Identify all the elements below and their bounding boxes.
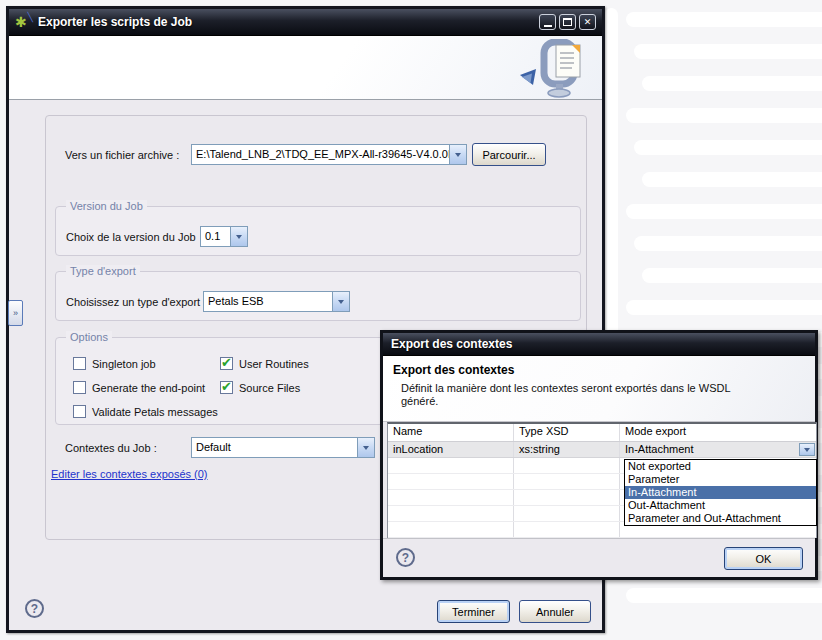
table-header-row: Name Type XSD Mode export (388, 424, 816, 442)
export-type-combo-value: Petals ESB (204, 292, 332, 311)
cancel-button[interactable]: Annuler (519, 600, 591, 623)
archive-combo-arrow[interactable] (449, 145, 466, 164)
minimize-button[interactable] (539, 14, 556, 30)
job-contexts-combo-arrow[interactable] (357, 438, 374, 457)
export-type-group-title: Type d'export (66, 265, 140, 277)
ok-button[interactable]: OK (724, 547, 803, 570)
chevron-down-icon (338, 300, 344, 307)
help-button[interactable]: ? (25, 599, 44, 618)
options-group-title: Options (66, 331, 112, 343)
wizard-banner (9, 36, 602, 100)
contexts-header: Export des contextes Définit la manière … (383, 356, 815, 422)
contexts-button-bar: ? OK (383, 538, 815, 577)
checkbox-label: User Routines (239, 358, 309, 370)
archive-combo[interactable]: E:\Talend_LNB_2\TDQ_EE_MPX-All-r39645-V4… (191, 144, 467, 165)
checkbox-icon[interactable] (220, 357, 233, 370)
job-contexts-label: Contextes du Job : (65, 442, 157, 454)
dropdown-option-parameter[interactable]: Parameter (625, 473, 816, 486)
checkbox-source-files[interactable]: Source Files (220, 381, 300, 394)
export-type-label: Choisissez un type d'export (66, 296, 200, 308)
table-row[interactable]: inLocation xs:string In-Attachment (388, 442, 816, 458)
column-header-type: Type XSD (514, 424, 620, 441)
cell-type: xs:string (514, 442, 620, 457)
archive-label: Vers un fichier archive : (65, 149, 179, 161)
export-type-combo[interactable]: Petals ESB (203, 291, 350, 312)
checkbox-icon[interactable] (73, 357, 86, 370)
export-wizard-icon (506, 39, 592, 99)
desktop-background: ✱ Exporter les scripts de Job ✕ (0, 0, 822, 640)
column-header-name: Name (388, 424, 514, 441)
checkbox-label: Validate Petals messages (92, 406, 218, 418)
close-icon: ✕ (584, 17, 592, 27)
version-label: Choix de la version du Job (66, 231, 196, 243)
browse-button[interactable]: Parcourir... (472, 143, 546, 166)
version-combo-value: 0.1 (201, 227, 230, 246)
checkbox-label: Source Files (239, 382, 300, 394)
talend-app-icon: ✱ (15, 14, 32, 31)
help-icon: ? (402, 551, 409, 565)
contexts-help-button[interactable]: ? (396, 548, 415, 567)
cell-mode: In-Attachment (620, 442, 816, 457)
minimize-icon (544, 25, 552, 27)
dropdown-option-out-attachment[interactable]: Out-Attachment (625, 499, 816, 512)
chevrons-right-icon: » (13, 308, 18, 318)
checkbox-singleton-job[interactable]: Singleton job (73, 357, 156, 370)
checkbox-label: Generate the end-point (92, 382, 205, 394)
help-icon: ? (31, 602, 38, 616)
mode-export-dropdown: Not exported Parameter In-Attachment Out… (624, 459, 817, 526)
contexts-window-title: Export des contextes (391, 337, 512, 351)
contexts-title-bar: Export des contextes (383, 333, 815, 356)
contexts-header-title: Export des contextes (393, 363, 514, 377)
contexts-table: Name Type XSD Mode export inLocation xs:… (387, 422, 817, 538)
chevron-down-icon (236, 235, 242, 242)
chevron-down-icon (363, 446, 369, 453)
maximize-button[interactable] (559, 14, 576, 30)
close-button[interactable]: ✕ (579, 14, 596, 30)
version-combo-arrow[interactable] (230, 227, 247, 246)
job-contexts-combo[interactable]: Default (191, 437, 375, 458)
export-contexts-dialog: Export des contextes Export des contexte… (380, 330, 818, 580)
mode-combo-arrow[interactable] (799, 443, 815, 456)
checkbox-icon[interactable] (220, 381, 233, 394)
archive-combo-value: E:\Talend_LNB_2\TDQ_EE_MPX-All-r39645-V4… (192, 145, 449, 164)
contexts-description: Définit la manière dont les contextes se… (401, 382, 741, 408)
chevron-down-icon (804, 448, 810, 455)
dropdown-option-parameter-out-attachment[interactable]: Parameter and Out-Attachment (625, 512, 816, 525)
job-contexts-combo-value: Default (192, 438, 357, 457)
checkbox-generate-endpoint[interactable]: Generate the end-point (73, 381, 205, 394)
chevron-down-icon (455, 153, 461, 160)
checkbox-icon[interactable] (73, 381, 86, 394)
restore-view-button[interactable]: » (8, 300, 23, 326)
export-type-combo-arrow[interactable] (332, 292, 349, 311)
edit-exposed-contexts-link[interactable]: Editer les contextes exposés (0) (51, 468, 208, 480)
column-header-mode: Mode export (620, 424, 816, 441)
cell-mode-value: In-Attachment (625, 443, 693, 455)
checkbox-label: Singleton job (92, 358, 156, 370)
version-combo[interactable]: 0.1 (200, 226, 248, 247)
checkbox-validate-petals[interactable]: Validate Petals messages (73, 405, 218, 418)
maximize-icon (563, 18, 572, 26)
checkbox-icon[interactable] (73, 405, 86, 418)
dropdown-option-in-attachment[interactable]: In-Attachment (625, 486, 816, 499)
main-window-title: Exporter les scripts de Job (38, 15, 192, 29)
checkbox-user-routines[interactable]: User Routines (220, 357, 309, 370)
main-title-bar: ✱ Exporter les scripts de Job ✕ (9, 9, 602, 36)
version-group-title: Version du Job (66, 200, 147, 212)
finish-button[interactable]: Terminer (437, 600, 510, 623)
dropdown-option-not-exported[interactable]: Not exported (625, 460, 816, 473)
cell-name: inLocation (388, 442, 514, 457)
